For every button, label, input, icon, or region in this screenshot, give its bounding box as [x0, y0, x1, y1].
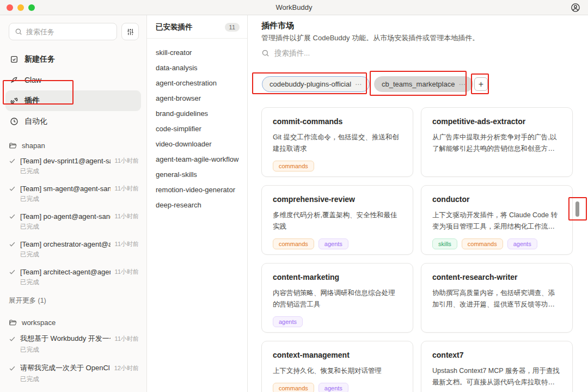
- marketplace-source-cb-teams-marketplace[interactable]: cb_teams_marketplace ⋯: [374, 76, 473, 92]
- task-time: 11小时前: [115, 240, 139, 248]
- installed-plugin-item[interactable]: general-skills: [156, 167, 247, 182]
- task-item[interactable]: [Team] architect-agent@agent... 11小时前 已完…: [0, 263, 146, 291]
- plugin-card-competitive-ads-extractor[interactable]: competitive-ads-extractor 从广告库中提取并分析竞争对手…: [421, 107, 573, 177]
- sidebar-item-label: 插件: [24, 96, 40, 106]
- sidebar-item-automation[interactable]: 自动化: [5, 111, 141, 132]
- plugin-description: 内容营销策略、网络调研和信息综合处理的营销运营工具: [273, 287, 402, 310]
- section-workspace[interactable]: workspace: [0, 311, 146, 329]
- sidebar-item-label: 新建任务: [24, 54, 55, 64]
- task-title: [Team] sm-agent@agent-sand...: [20, 185, 111, 193]
- plug-icon: [10, 96, 19, 105]
- plugin-search-input[interactable]: [274, 49, 416, 57]
- plugin-description: 协助撰写高质量内容，包括研究调查、添加引用、改进开篇、提供逐节反馈等功能。: [432, 287, 561, 310]
- section-shapan[interactable]: shapan: [0, 134, 146, 152]
- more-options-icon[interactable]: ⋯: [458, 81, 465, 88]
- filter-button[interactable]: [121, 23, 139, 40]
- account-icon[interactable]: [571, 3, 580, 13]
- plugin-description: 上下文驱动开发插件，将 Claude Code 转变为项目管理工具，采用结构化工…: [432, 210, 561, 232]
- task-item[interactable]: [Team] orchestrator-agent@a... 11小时前 已完成: [0, 235, 146, 263]
- zoom-window-button[interactable]: [28, 4, 35, 11]
- task-search-box[interactable]: [9, 23, 117, 40]
- plugin-card-commit-commands[interactable]: commit-commands Git 提交工作流命令，包括提交、推送和创建拉取…: [261, 107, 413, 177]
- installed-plugins-panel: 已安装插件 11 skill-creator data-analysis age…: [147, 15, 248, 392]
- claw-icon: [10, 76, 19, 84]
- plugin-search-box[interactable]: [261, 49, 425, 57]
- installed-plugins-title: 已安装插件: [156, 22, 193, 32]
- plugin-description: 多维度代码分析,覆盖架构、安全性和最佳实践: [273, 210, 402, 232]
- installed-plugin-item[interactable]: data-analysis: [156, 60, 247, 76]
- close-window-button[interactable]: [7, 4, 13, 11]
- task-title: [Team] dev-sprint1@agent-sa...: [20, 157, 111, 165]
- task-search-input[interactable]: [26, 28, 111, 36]
- task-time: 11小时前: [115, 335, 139, 343]
- new-task-icon: [10, 55, 19, 64]
- check-icon: [9, 268, 16, 275]
- task-item[interactable]: 请帮我完成一次关于 OpenClaw... 12小时前 已完成: [0, 358, 146, 388]
- task-status: 已完成: [20, 250, 139, 259]
- installed-plugin-item[interactable]: deep-research: [156, 198, 247, 213]
- installed-plugin-item[interactable]: skill-creator: [156, 45, 247, 60]
- tag-commands: commands: [273, 238, 314, 249]
- task-item[interactable]: [Team] dev-sprint1@agent-sa... 11小时前 已完成: [0, 152, 146, 180]
- app-title: WorkBuddy: [276, 3, 313, 11]
- task-item[interactable]: 我想基于 Workbuddy 开发一个... 11小时前 已完成: [0, 329, 146, 358]
- minimize-window-button[interactable]: [17, 4, 24, 11]
- check-icon: [9, 335, 16, 342]
- plugin-card-content-research-writer[interactable]: content-research-writer 协助撰写高质量内容，包括研究调查…: [421, 263, 573, 333]
- plugin-name: competitive-ads-extractor: [432, 117, 561, 126]
- installed-plugin-item[interactable]: brand-guidelines: [156, 106, 247, 121]
- task-time: 12小时前: [114, 364, 139, 372]
- sidebar-item-claw[interactable]: Claw: [5, 70, 141, 90]
- section-label: shapan: [22, 142, 45, 150]
- installed-plugin-item[interactable]: video-downloader: [156, 137, 247, 152]
- installed-plugin-item[interactable]: agent-orchestration: [156, 76, 247, 91]
- plugin-card-grid: commit-commands Git 提交工作流命令，包括提交、推送和创建拉取…: [261, 107, 573, 392]
- task-time: 11小时前: [115, 268, 139, 276]
- page-title: 插件市场: [261, 21, 294, 31]
- sidebar-item-plugins[interactable]: 插件: [5, 90, 141, 111]
- check-icon: [9, 365, 16, 372]
- more-options-icon[interactable]: ⋯: [355, 81, 362, 88]
- plugin-card-content-marketing[interactable]: content-marketing 内容营销策略、网络调研和信息综合处理的营销运…: [261, 263, 413, 333]
- plugin-description: Upstash Context7 MCP 服务器，用于查找最新文档。可直接从源代…: [432, 365, 561, 388]
- sidebar-item-new-task[interactable]: 新建任务: [5, 49, 141, 70]
- expand-more-button[interactable]: 展开更多 (1): [0, 291, 146, 311]
- source-name: cb_teams_marketplace: [382, 80, 455, 88]
- sidebar-item-label: 自动化: [24, 117, 47, 126]
- installed-plugin-item[interactable]: agent-browser: [156, 91, 247, 106]
- plugin-name: context-management: [273, 351, 402, 359]
- tag-commands: commands: [273, 161, 314, 171]
- folder-icon: [9, 318, 17, 327]
- plugin-name: context7: [432, 351, 561, 359]
- installed-count-badge: 11: [225, 23, 240, 32]
- task-time: 11小时前: [115, 185, 139, 193]
- search-icon: [261, 49, 270, 57]
- section-label: workspace: [22, 318, 56, 327]
- task-status: 已完成: [20, 223, 139, 231]
- task-item[interactable]: [Team] po-agent@agent-sand... 11小时前 已完成: [0, 207, 146, 235]
- scrollbar-thumb[interactable]: [575, 201, 579, 217]
- task-title: 请帮我完成一次关于 OpenClaw...: [20, 363, 110, 373]
- search-icon: [15, 28, 22, 35]
- plugin-card-comprehensive-review[interactable]: comprehensive-review 多维度代码分析,覆盖架构、安全性和最佳…: [261, 185, 413, 255]
- installed-plugin-item[interactable]: remotion-video-generator: [156, 182, 247, 198]
- task-time: 11小时前: [115, 212, 139, 220]
- window-controls: [7, 4, 35, 11]
- plugin-name: content-research-writer: [432, 273, 561, 281]
- sidebar: 新建任务 Claw 插件 自动化 shapan: [0, 15, 147, 392]
- task-title: [Team] orchestrator-agent@a...: [20, 240, 111, 248]
- plugin-card-context7[interactable]: context7 Upstash Context7 MCP 服务器，用于查找最新…: [421, 341, 573, 392]
- tag-commands: commands: [462, 238, 503, 249]
- plugin-card-context-management[interactable]: context-management 上下文持久化、恢复和长期对话管理 comm…: [261, 341, 413, 392]
- check-icon: [9, 241, 16, 248]
- add-marketplace-button[interactable]: +: [474, 77, 488, 91]
- installed-plugin-item[interactable]: agent-team-agile-workflow: [156, 152, 247, 167]
- marketplace-source-codebuddy-plugins-official[interactable]: codebuddy-plugins-official ⋯: [262, 76, 370, 92]
- task-time: 11小时前: [115, 157, 139, 165]
- tag-agents: agents: [273, 316, 303, 327]
- installed-plugin-item[interactable]: code-simplifier: [156, 121, 247, 137]
- titlebar: WorkBuddy: [0, 0, 588, 15]
- plugin-card-conductor[interactable]: conductor 上下文驱动开发插件，将 Claude Code 转变为项目管…: [421, 185, 573, 255]
- check-icon: [9, 157, 16, 164]
- task-item[interactable]: [Team] sm-agent@agent-sand... 11小时前 已完成: [0, 180, 146, 207]
